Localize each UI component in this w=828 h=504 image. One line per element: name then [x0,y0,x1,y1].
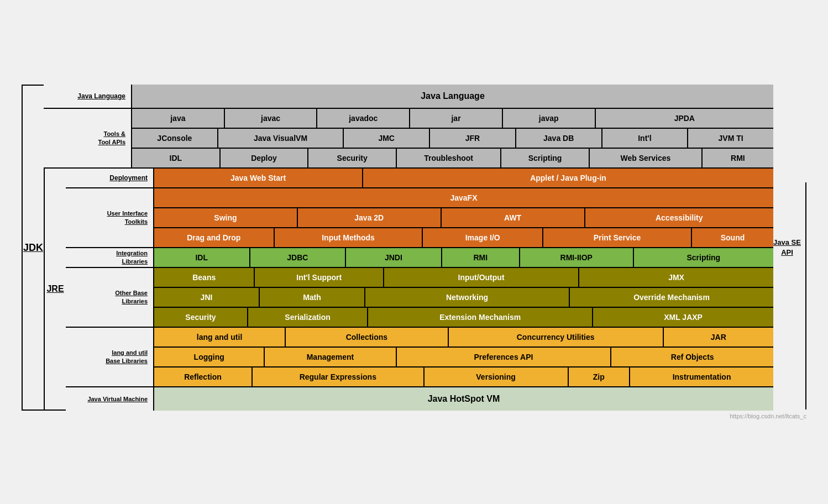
jdk-bracket: JDK [22,85,44,411]
java-language-section: Java Language Java Language [44,85,773,109]
other-base-section: Other BaseLibraries Beans Int'l Support … [66,268,773,328]
deployment-section: Deployment Java Web Start Applet / Java … [66,169,773,188]
deployment-label[interactable]: Deployment [66,169,154,187]
javafx-row: JavaFX [154,188,773,208]
cell-idl-tools: IDL [132,149,221,167]
cell-java: java [132,109,225,128]
lang-util-section: lang and utilBase Libraries lang and uti… [66,328,773,387]
cell-javafx: JavaFX [154,188,773,207]
lang-row2: Logging Management Preferences API Ref O… [154,348,773,368]
cell-instrumentation: Instrumentation [630,368,773,386]
ui-row2: Drag and Drop Input Methods Image I/O Pr… [154,228,773,247]
cell-rmi-iiop: RMI-IIOP [520,248,634,267]
cell-scripting-tools: Scripting [501,149,590,167]
cell-concurrency: Concurrency Utilities [449,328,664,347]
cell-beans: Beans [154,268,255,287]
cell-management: Management [265,348,396,366]
watermark: https://blog.csdn.net/ltcats_c [22,413,806,419]
cell-collections: Collections [286,328,449,347]
cell-zip: Zip [569,368,631,386]
diagram-wrapper: JDK Java Language Java Language Tools &T… [11,74,817,431]
cell-input-output: Input/Output [384,268,579,287]
cell-jmx: JMX [579,268,773,287]
ui-section: User InterfaceToolkits JavaFX Swing Java… [66,188,773,248]
java-se-api-label: Java SEAPI [773,238,801,258]
other-row1: Beans Int'l Support Input/Output JMX [154,268,773,288]
java-language-cell: Java Language [132,85,773,108]
cell-jar: jar [410,109,503,128]
lang-util-label[interactable]: lang and utilBase Libraries [66,328,154,386]
cell-extension-mechanism: Extension Mechanism [368,308,593,327]
other-base-content: Beans Int'l Support Input/Output JMX JNI… [154,268,773,327]
cell-print-service: Print Service [543,228,692,247]
cell-idl-int: IDL [154,248,250,267]
cell-jvmti: JVM TI [688,129,773,148]
cell-awt: AWT [442,208,585,227]
jre-wrapper: JRE Deployment Java Web Start Applet / J… [44,169,773,411]
cell-accessibility: Accessibility [585,208,773,227]
cell-math: Math [260,288,365,307]
ui-row1: Swing Java 2D AWT Accessibility [154,208,773,228]
cell-jconsole: JConsole [132,129,218,148]
cell-javap: javap [503,109,596,128]
cell-jar: JAR [664,328,773,347]
ui-label[interactable]: User InterfaceToolkits [66,188,154,247]
integration-label[interactable]: IntegrationLibraries [66,248,154,267]
lang-row1: lang and util Collections Concurrency Ut… [154,328,773,348]
cell-ref-objects: Ref Objects [611,348,773,366]
content-wrapper: Java Language Java Language Tools &Tool … [44,85,773,411]
tools-row1: java javac javadoc jar javap JPDA [132,109,773,129]
cell-rmi-int: RMI [442,248,520,267]
jre-label: JRE [46,284,64,294]
cell-java-db: Java DB [516,129,602,148]
cell-jmc: JMC [344,129,430,148]
cell-versioning: Versioning [425,368,569,386]
cell-jvm: Java HotSpot VM [154,387,773,411]
other-row2: JNI Math Networking Override Mechanism [154,288,773,308]
cell-scripting-int: Scripting [634,248,773,267]
cell-java-visualvm: Java VisualVM [218,129,344,148]
cell-jndi: JNDI [346,248,442,267]
cell-jni: JNI [154,288,260,307]
cell-swing: Swing [154,208,298,227]
cell-regular-expressions: Regular Expressions [253,368,425,386]
cell-xml-jaxp: XML JAXP [593,308,773,327]
tools-row3: IDL Deploy Security Troubleshoot Scripti… [132,149,773,167]
cell-java-web-start: Java Web Start [154,169,363,187]
cell-reflection: Reflection [154,368,253,386]
cell-security-tools: Security [308,149,397,167]
cell-sound: Sound [692,228,773,247]
cell-web-services: Web Services [590,149,703,167]
jre-content: Deployment Java Web Start Applet / Java … [66,169,773,411]
cell-intl-support: Int'l Support [255,268,384,287]
cell-javadoc: javadoc [317,109,410,128]
tools-section: Tools &Tool APIs java javac javadoc jar … [44,109,773,169]
tools-label[interactable]: Tools &Tool APIs [44,109,132,167]
cell-lang-util: lang and util [154,328,286,347]
tools-content: java javac javadoc jar javap JPDA JConso… [132,109,773,167]
other-row3: Security Serialization Extension Mechani… [154,308,773,327]
cell-logging: Logging [154,348,265,366]
cell-image-io: Image I/O [423,228,543,247]
cell-javac: javac [225,109,318,128]
cell-java2d: Java 2D [298,208,442,227]
lang-row3: Reflection Regular Expressions Versionin… [154,368,773,386]
java-se-api-bracket: Java SEAPI [773,85,806,411]
cell-applet: Applet / Java Plug-in [363,169,773,187]
cell-jpda: JPDA [596,109,773,128]
cell-security-other: Security [154,308,248,327]
jvm-label[interactable]: Java Virtual Machine [66,387,154,411]
ui-content: JavaFX Swing Java 2D AWT Accessibility [154,188,773,247]
cell-preferences-api: Preferences API [397,348,612,366]
lang-util-content: lang and util Collections Concurrency Ut… [154,328,773,386]
cell-drag-drop: Drag and Drop [154,228,275,247]
cell-troubleshoot: Troubleshoot [397,149,501,167]
cell-rmi-tools: RMI [703,149,773,167]
cell-serialization: Serialization [248,308,368,327]
jre-bracket: JRE [44,169,66,411]
java-language-label[interactable]: Java Language [44,85,132,108]
integration-content: IDL JDBC JNDI RMI RMI-IIOP Scripting [154,248,773,267]
other-base-label[interactable]: Other BaseLibraries [66,268,154,327]
jvm-section: Java Virtual Machine Java HotSpot VM [66,387,773,411]
jdk-label: JDK [23,242,43,254]
